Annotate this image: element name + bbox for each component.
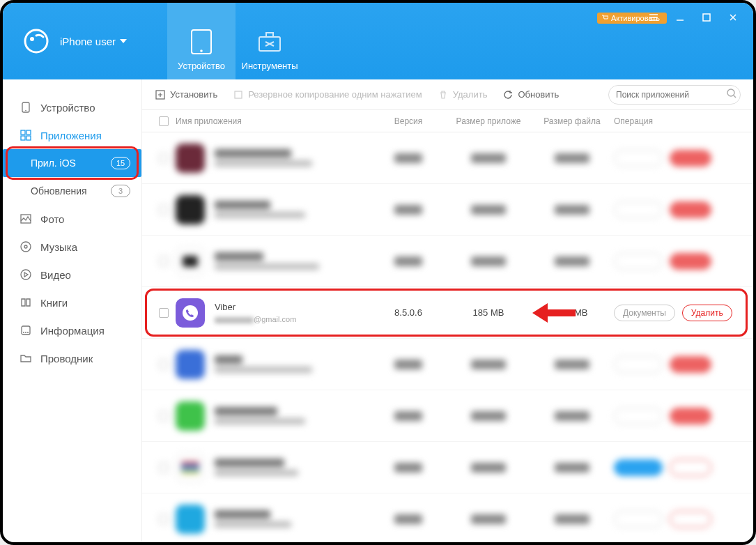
trash-icon xyxy=(438,89,449,100)
toolbar: Установить Резервное копирование одним н… xyxy=(142,79,753,110)
sidebar-label: Проводник xyxy=(40,353,93,364)
sidebar-item-explorer[interactable]: Проводник xyxy=(3,344,141,372)
svg-point-24 xyxy=(183,305,198,321)
app-name: Viber xyxy=(215,302,296,312)
tool-label: Установить xyxy=(170,89,217,100)
minimize-button[interactable] xyxy=(672,10,688,25)
sidebar-label: Устройство xyxy=(40,102,95,114)
sidebar-label: Книги xyxy=(40,297,68,309)
sidebar-ios-highlight: Прил. iOS 15 xyxy=(3,149,141,177)
tool-label: Резервное копирование одним нажатием xyxy=(248,89,422,100)
table-header: Имя приложения Версия Размер приложе Раз… xyxy=(142,110,753,132)
svg-point-14 xyxy=(21,242,31,252)
tab-tools[interactable]: Инструменты xyxy=(236,3,304,79)
chevron-down-icon xyxy=(120,39,127,43)
col-file-size[interactable]: Размер файла xyxy=(530,116,614,126)
search-box[interactable] xyxy=(608,85,741,105)
plus-icon xyxy=(155,89,166,100)
col-version[interactable]: Версия xyxy=(370,116,447,126)
table-row xyxy=(142,184,753,236)
table-row xyxy=(142,390,753,442)
sidebar-label: Фото xyxy=(40,213,64,225)
menu-button[interactable] xyxy=(646,10,661,25)
table-row-viber: Viber @gmail.com 8.5.0.6 185 MB 306 MB Д… xyxy=(142,287,753,339)
close-button[interactable] xyxy=(725,10,741,25)
sidebar-item-photo[interactable]: Фото xyxy=(3,205,141,233)
header-tabs: Устройство Инструменты xyxy=(167,3,304,79)
svg-point-1 xyxy=(30,37,34,41)
sidebar-label: Приложения xyxy=(40,130,102,141)
sidebar-item-info[interactable]: Информация xyxy=(3,316,141,344)
app-size: 185 MB xyxy=(447,307,530,318)
user-dropdown[interactable]: iPhone user xyxy=(60,36,127,47)
svg-point-18 xyxy=(23,332,24,333)
info-icon xyxy=(20,324,32,337)
col-ops[interactable]: Операция xyxy=(614,116,753,126)
select-all-checkbox[interactable] xyxy=(152,116,176,126)
svg-point-0 xyxy=(25,30,47,52)
svg-rect-10 xyxy=(26,130,31,135)
book-icon xyxy=(20,296,32,309)
tab-tools-label: Инструменты xyxy=(242,61,298,71)
svg-rect-6 xyxy=(703,14,710,21)
sidebar-label: Информация xyxy=(40,325,105,337)
photo-icon xyxy=(20,213,32,225)
app-cell: Viber @gmail.com xyxy=(176,298,370,328)
row-checkbox[interactable] xyxy=(152,308,176,318)
refresh-button[interactable]: Обновить xyxy=(502,89,559,100)
row-delete-button[interactable]: Удалить xyxy=(682,305,732,321)
refresh-icon xyxy=(502,89,514,100)
sidebar-item-apps[interactable]: Приложения xyxy=(3,121,141,149)
backup-button[interactable]: Резервное копирование одним нажатием xyxy=(233,89,422,100)
header: iPhone user Устройство Инструменты Актив… xyxy=(3,3,753,79)
sidebar-item-video[interactable]: Видео xyxy=(3,261,141,289)
svg-rect-5 xyxy=(266,33,273,37)
sidebar-item-device[interactable]: Устройство xyxy=(3,93,141,121)
content: Установить Резервное копирование одним н… xyxy=(142,79,753,542)
svg-point-15 xyxy=(24,245,27,248)
sidebar-item-ios-apps[interactable]: Прил. iOS 15 xyxy=(3,149,141,177)
row-ops: Документы Удалить xyxy=(614,305,753,321)
svg-rect-12 xyxy=(26,136,31,140)
install-button[interactable]: Установить xyxy=(155,89,217,100)
maximize-button[interactable] xyxy=(699,10,714,25)
sidebar: Устройство Приложения Прил. iOS 15 Обнов… xyxy=(3,79,142,542)
svg-point-3 xyxy=(200,49,203,52)
svg-point-8 xyxy=(25,110,26,112)
sidebar-item-music[interactable]: Музыка xyxy=(3,233,141,261)
table-row xyxy=(142,493,753,542)
tab-device-label: Устройство xyxy=(178,61,225,71)
col-app-size[interactable]: Размер приложе xyxy=(447,116,530,126)
tablet-icon xyxy=(188,29,215,55)
sidebar-item-books[interactable]: Книги xyxy=(3,289,141,316)
tab-device[interactable]: Устройство xyxy=(167,3,236,79)
sidebar-label: Прил. iOS xyxy=(31,158,76,169)
search-input[interactable] xyxy=(616,90,720,100)
music-icon xyxy=(20,240,32,253)
tool-label: Обновить xyxy=(518,89,559,100)
app-account: @gmail.com xyxy=(215,315,296,323)
window-controls xyxy=(646,10,741,25)
cart-icon xyxy=(601,15,608,22)
search-icon xyxy=(726,88,737,101)
table-row xyxy=(142,132,753,184)
sidebar-item-updates[interactable]: Обновления 3 xyxy=(3,177,141,205)
ios-count-badge: 15 xyxy=(111,157,130,169)
updates-count-badge: 3 xyxy=(111,185,130,197)
table-rows: Viber @gmail.com 8.5.0.6 185 MB 306 MB Д… xyxy=(142,132,753,542)
tool-label: Удалить xyxy=(453,89,488,100)
body: Устройство Приложения Прил. iOS 15 Обнов… xyxy=(3,79,753,542)
documents-button[interactable]: Документы xyxy=(614,305,675,321)
video-icon xyxy=(20,268,32,281)
folder-icon xyxy=(20,352,32,364)
table-row xyxy=(142,442,753,493)
svg-rect-9 xyxy=(21,130,25,135)
col-name[interactable]: Имя приложения xyxy=(176,116,370,126)
viber-icon xyxy=(176,298,205,328)
delete-button[interactable]: Удалить xyxy=(438,89,488,100)
svg-point-20 xyxy=(27,332,29,333)
sidebar-label: Музыка xyxy=(40,241,77,253)
svg-rect-22 xyxy=(235,91,242,98)
svg-point-19 xyxy=(25,332,26,333)
logo-area: iPhone user xyxy=(3,3,139,79)
